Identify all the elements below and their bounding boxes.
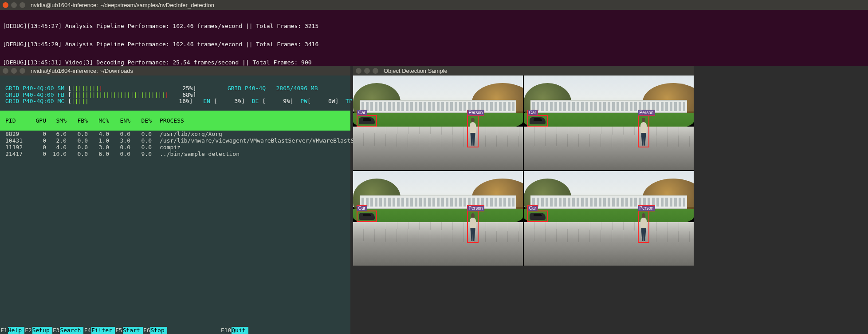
video-grid: Car Person Car Person Car — [353, 76, 694, 266]
lbl-tp: TP — [346, 98, 353, 104]
hdr-mc: MC% — [88, 117, 109, 124]
close-icon[interactable] — [3, 2, 8, 8]
video-frame-2: Car Person — [353, 171, 523, 266]
mem-used: 2805 — [276, 85, 290, 91]
table-row[interactable]: 1043102.00.01.03.00.0/usr/lib/vmware/vie… — [0, 137, 350, 144]
mc-bar: ||||| — [71, 98, 89, 104]
bbox-car: Car — [527, 115, 548, 127]
detection-label-car: Car — [527, 205, 538, 211]
close-icon[interactable] — [356, 68, 361, 74]
terminal-nvtop: nvidia@ub1604-inference: ~/Downloads GRI… — [0, 66, 350, 334]
video-frame-3: Car Person — [524, 171, 694, 266]
bbox-person: Person — [638, 115, 650, 147]
table-row[interactable]: 21417010.00.06.00.09.0../bin/sample_dete… — [0, 151, 350, 157]
minimize-icon[interactable] — [364, 68, 370, 74]
metric-label-fb: FB — [57, 91, 64, 98]
fn-key: F6 — [143, 327, 151, 334]
mem-gpu-name: GRID P40-4Q — [228, 85, 266, 91]
sm-pct: 25%] — [182, 85, 196, 91]
detection-label-car: Car — [527, 110, 538, 116]
gpu-name: GRID P40-4Q:00 — [5, 98, 54, 104]
bbox-person: Person — [638, 211, 650, 243]
fn-key: F1 — [0, 327, 8, 334]
hdr-de: DE% — [130, 117, 152, 124]
bbox-person: Person — [467, 211, 479, 243]
fn-key: F3 — [52, 327, 60, 334]
titlebar-left: nvidia@ub1604-inference: ~/Downloads — [0, 66, 350, 76]
fn-key: F5 — [115, 327, 123, 334]
bbox-car: Car — [357, 115, 377, 127]
hdr-pid: PID — [5, 117, 30, 124]
process-table-header: PIDGPUSM%FB%MC%EN%DE%PROCESS — [0, 111, 350, 131]
table-row[interactable]: 1119204.00.03.00.00.0compiz — [0, 144, 350, 151]
terminal-top: nvidia@ub1604-inference: ~/deepstream/sa… — [0, 0, 868, 66]
detection-label-person: Person — [638, 205, 656, 211]
fn-key: F4 — [83, 327, 91, 334]
window-title-right: Object Detection Sample — [384, 68, 448, 74]
process-table-body: 882906.00.04.00.00.0/usr/lib/xorg/Xorg10… — [0, 131, 350, 157]
pw-val: 0W] — [328, 98, 338, 104]
maximize-icon[interactable] — [20, 68, 25, 74]
hdr-gpu: GPU — [30, 117, 46, 124]
gpu-name: GRID P40-4Q:00 — [5, 91, 54, 98]
titlebar-right: Object Detection Sample — [353, 66, 694, 76]
lbl-en: EN — [203, 98, 210, 104]
window-title-top: nvidia@ub1604-inference: ~/deepstream/sa… — [31, 2, 214, 8]
fb-bar: ||||||||||||||||||||||||||| — [71, 91, 165, 98]
minimize-icon[interactable] — [11, 68, 17, 74]
maximize-icon[interactable] — [373, 68, 378, 74]
log-line: [DEBUG][13:45:27] Analysis Pipeline Perf… — [3, 23, 865, 29]
detection-label-person: Person — [638, 110, 656, 116]
titlebar-top: nvidia@ub1604-inference: ~/deepstream/sa… — [0, 0, 868, 10]
video-frame-1: Car Person — [524, 76, 694, 170]
lbl-de: DE — [252, 98, 259, 104]
bbox-car: Car — [357, 211, 377, 222]
en-val: 3%] — [235, 98, 245, 104]
fn-setup[interactable]: Setup — [32, 327, 52, 334]
mem-total: 4096 — [294, 85, 307, 91]
maximize-icon[interactable] — [20, 2, 25, 8]
fn-quit[interactable]: Quit — [232, 327, 248, 334]
detection-label-person: Person — [467, 110, 485, 116]
detection-label-person: Person — [467, 205, 485, 211]
metric-label-mc: MC — [57, 98, 64, 104]
person-icon — [469, 212, 477, 241]
detection-label-car: Car — [357, 110, 367, 116]
mem-unit: MB — [311, 85, 318, 91]
table-row[interactable]: 882906.00.04.00.00.0/usr/lib/xorg/Xorg — [0, 131, 350, 137]
hdr-sm: SM% — [46, 117, 67, 124]
fn-start[interactable]: Start — [123, 327, 143, 334]
mc-pct: 16%] — [179, 98, 192, 104]
help-fn-bar: F1Help F2Setup F3Search F4Filter F5Start… — [0, 327, 248, 334]
window-title-left: nvidia@ub1604-inference: ~/Downloads — [31, 68, 133, 74]
person-icon — [640, 212, 648, 241]
metric-label-sm: SM — [57, 85, 64, 91]
detection-window: Object Detection Sample Car Person Car P… — [353, 66, 694, 266]
log-line: [DEBUG][13:45:31] Video[3] Decoding Perf… — [3, 60, 865, 66]
hdr-en: EN% — [109, 117, 130, 124]
fn-key: F10 — [220, 327, 232, 334]
car-icon — [530, 117, 546, 124]
lbl-pw: PW — [300, 98, 307, 104]
car-icon — [359, 117, 375, 124]
de-val: 9%] — [283, 98, 293, 104]
car-icon — [359, 213, 375, 220]
close-icon[interactable] — [3, 68, 8, 74]
bbox-person: Person — [467, 115, 479, 147]
minimize-icon[interactable] — [11, 2, 17, 8]
fn-filter[interactable]: Filter — [91, 327, 115, 334]
gpu-name: GRID P40-4Q:00 — [5, 85, 54, 91]
hdr-process: PROCESS — [152, 117, 184, 124]
person-icon — [640, 117, 648, 145]
fn-stop[interactable]: Stop — [150, 327, 167, 334]
log-line: [DEBUG][13:45:29] Analysis Pipeline Perf… — [3, 41, 865, 48]
person-icon — [469, 117, 477, 145]
fn-key: F2 — [24, 327, 32, 334]
fb-pct: 68%] — [182, 91, 196, 98]
fn-help[interactable]: Help — [8, 327, 24, 334]
fn-search[interactable]: Search — [60, 327, 83, 334]
car-icon — [530, 213, 546, 220]
hdr-fb: FB% — [67, 117, 88, 124]
bbox-car: Car — [527, 211, 548, 222]
video-frame-0: Car Person — [353, 76, 523, 170]
